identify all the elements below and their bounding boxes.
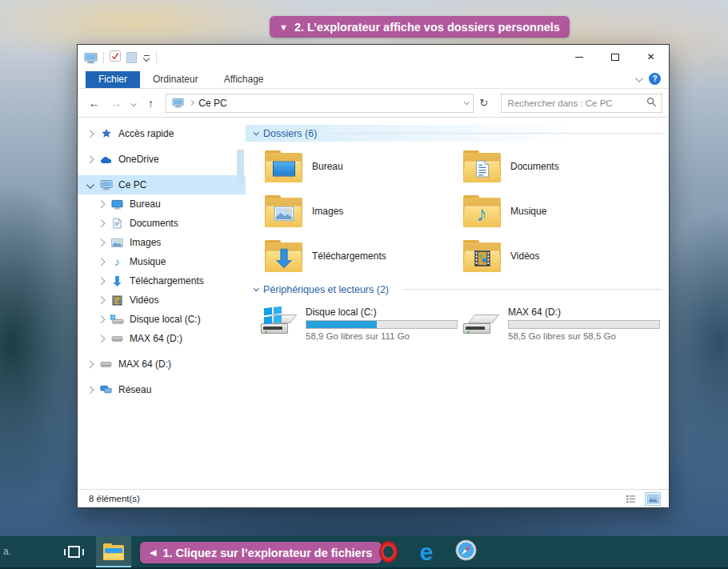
expander-chevron-icon[interactable] [86,157,94,162]
search-box[interactable] [501,94,662,113]
sidebar-item-musique[interactable]: Musique [78,252,246,271]
opera-icon [379,541,398,563]
expander-chevron-icon[interactable] [97,278,105,284]
minimize-button[interactable] [561,45,597,69]
group-header-peripheriques[interactable]: Périphériques et lecteurs (2) [246,281,669,298]
windows-logo-icon [264,307,282,324]
expander-chevron-icon[interactable] [97,221,105,226]
sidebar-item-images[interactable]: Images [78,233,246,252]
breadcrumb-chevron-icon[interactable] [189,100,194,106]
details-view-icon[interactable] [622,492,638,506]
expander-chevron-icon[interactable] [86,387,94,393]
sidebar-item-disque-local-c[interactable]: Disque local (C:) [78,310,246,329]
search-input[interactable] [508,98,646,108]
sidebar-item-ce-pc[interactable]: Ce PC [78,175,246,194]
back-button[interactable] [84,97,105,110]
breadcrumb-path[interactable]: Ce PC [198,98,226,109]
group-header-dossiers[interactable]: Dossiers (6) [246,125,669,142]
collapse-group-chevron-icon[interactable] [254,286,259,291]
folder-icon [463,195,501,227]
minimize-icon [575,57,583,58]
sidebar-item-bureau[interactable]: Bureau [78,194,246,214]
opera-taskbar-button[interactable] [372,536,404,567]
expander-chevron-icon[interactable] [86,182,94,188]
properties-check-icon[interactable] [110,50,121,65]
edge-taskbar-button[interactable] [410,536,442,567]
content-pane: Dossiers (6) Bureau [246,118,669,472]
collapse-group-chevron-icon[interactable] [254,130,259,135]
sidebar-item-reseau[interactable]: Réseau [78,380,246,399]
folder-icon [265,195,302,227]
help-icon[interactable] [649,73,661,85]
folder-tile-musique[interactable]: Musique [463,194,662,228]
explorer-window: Fichier Ordinateur Affichage Ce PC [77,44,670,508]
folder-label: Téléchargements [312,250,386,262]
drive-tile-d[interactable]: MAX 64 (D:) 58,5 Go libres sur 58,5 Go [462,304,665,341]
tab-ordinateur[interactable]: Ordinateur [140,71,211,88]
tab-fichier[interactable]: Fichier [86,71,140,88]
ribbon-tab-bar: Fichier Ordinateur Affichage [78,70,669,89]
document-glyph-icon [474,160,490,178]
edge-icon [420,540,434,564]
recent-locations-chevron-icon[interactable] [128,98,139,109]
drive-icon [99,360,113,368]
refresh-icon[interactable] [475,97,493,109]
file-explorer-taskbar-button[interactable] [96,536,131,567]
folder-label: Images [312,206,343,217]
expander-chevron-icon[interactable] [97,336,105,342]
sidebar-item-videos[interactable]: Vidéos [78,291,246,310]
sidebar-item-documents[interactable]: Documents [78,214,246,233]
customize-toolbar-caret-icon[interactable] [142,55,150,61]
folder-tile-videos[interactable]: Vidéos [463,239,662,273]
sidebar-item-acces-rapide[interactable]: Accès rapide [78,124,246,143]
up-button[interactable] [141,97,162,110]
folder-tile-telechargements[interactable]: Téléchargements [265,239,463,273]
title-bar[interactable] [78,45,669,70]
sidebar-label: OneDrive [118,154,159,165]
safari-taskbar-button[interactable] [450,536,482,567]
address-bar[interactable]: Ce PC [166,94,474,113]
music-note-icon [110,255,124,268]
folder-tile-bureau[interactable]: Bureau [265,150,463,183]
this-pc-icon[interactable] [84,52,98,64]
expander-chevron-icon[interactable] [97,259,105,265]
expander-chevron-icon[interactable] [86,362,94,367]
address-dropdown-chevron-icon[interactable] [464,99,470,105]
sidebar-item-telechargements[interactable]: Téléchargements [78,271,246,291]
capacity-bar-fill [306,321,377,328]
sidebar-label: Téléchargements [130,275,204,287]
folder-tile-documents[interactable]: Documents [463,150,662,183]
sidebar-label: MAX 64 (D:) [118,359,171,370]
expander-chevron-icon[interactable] [97,298,105,303]
drive-name: Disque local (C:) [306,307,458,318]
download-glyph-icon [274,248,294,270]
folder-tile-images[interactable]: Images [265,194,463,228]
new-folder-icon[interactable] [126,52,137,63]
search-icon[interactable] [646,97,657,110]
toolbar-separator [156,52,157,63]
expand-ribbon-chevron-icon[interactable] [635,74,642,82]
task-view-button[interactable] [56,536,91,567]
sidebar-item-max64-d[interactable]: MAX 64 (D:) [78,329,246,348]
item-count: 8 élément(s) [89,494,140,503]
expander-chevron-icon[interactable] [97,202,105,207]
tab-affichage[interactable]: Affichage [211,71,277,88]
sidebar-scrollbar-thumb[interactable] [237,150,244,185]
expander-chevron-icon[interactable] [86,131,94,137]
sidebar-label: Images [130,237,161,248]
sidebar-item-onedrive[interactable]: OneDrive [78,150,246,169]
close-button[interactable] [633,45,669,69]
large-icons-view-icon[interactable] [645,492,661,506]
annotation-step2-text: 2. L’explorateur affiche vos dossiers pe… [294,21,560,34]
film-glyph-icon [474,248,491,269]
expander-chevron-icon[interactable] [97,317,105,323]
drive-c-icon [260,309,298,341]
maximize-button[interactable] [597,45,633,69]
forward-button[interactable] [106,97,127,110]
sidebar-item-max64-d-root[interactable]: MAX 64 (D:) [78,355,246,374]
drive-tile-c[interactable]: Disque local (C:) 58,9 Go libres sur 111… [260,304,462,341]
expander-chevron-icon[interactable] [97,240,105,246]
folder-label: Vidéos [510,250,539,262]
folder-label: Musique [510,206,546,217]
file-explorer-icon [103,543,124,560]
